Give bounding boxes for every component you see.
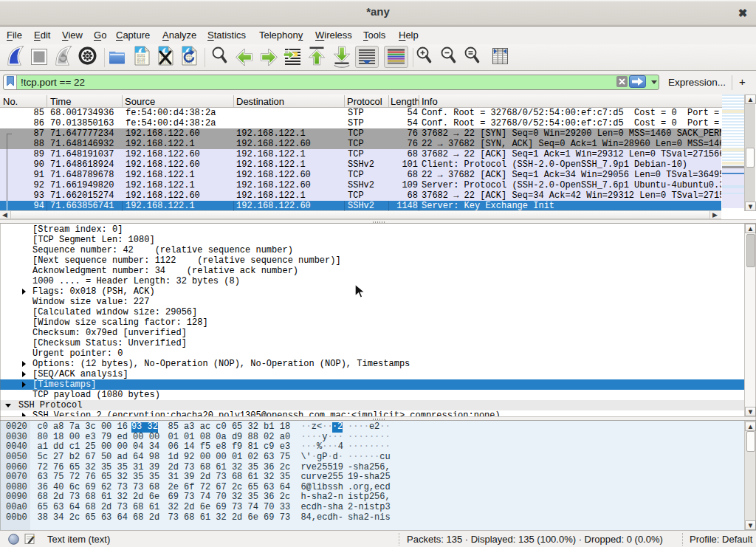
svg-text:0111: 0111 bbox=[137, 61, 145, 64]
